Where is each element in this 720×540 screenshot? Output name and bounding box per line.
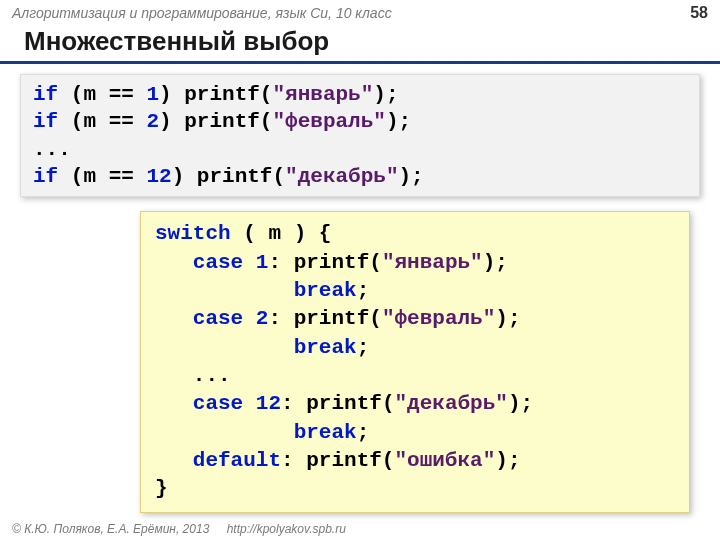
kw-if: if (33, 110, 58, 133)
code-switch: switch ( m ) { case 1: printf("январь");… (140, 211, 690, 512)
page-number: 58 (690, 4, 708, 22)
kw-if: if (33, 83, 58, 106)
kw-break: break (294, 336, 357, 359)
ellipsis: ... (33, 138, 71, 161)
copyright: © К.Ю. Поляков, Е.А. Ерёмин, 2013 (12, 522, 209, 536)
ellipsis: ... (155, 364, 231, 387)
course-title: Алгоритмизация и программирование, язык … (12, 5, 392, 21)
kw-if: if (33, 165, 58, 188)
kw-default: default (193, 449, 281, 472)
header-bar: Алгоритмизация и программирование, язык … (0, 0, 720, 24)
kw-break: break (294, 421, 357, 444)
kw-case: case (193, 392, 243, 415)
code-if-chain: if (m == 1) printf("январь"); if (m == 2… (20, 74, 700, 197)
slide-title: Множественный выбор (0, 24, 720, 64)
kw-case: case (193, 251, 243, 274)
kw-break: break (294, 279, 357, 302)
footer-link: http://kpolyakov.spb.ru (227, 522, 346, 536)
kw-case: case (193, 307, 243, 330)
kw-switch: switch (155, 222, 231, 245)
footer: © К.Ю. Поляков, Е.А. Ерёмин, 2013 http:/… (12, 522, 346, 536)
